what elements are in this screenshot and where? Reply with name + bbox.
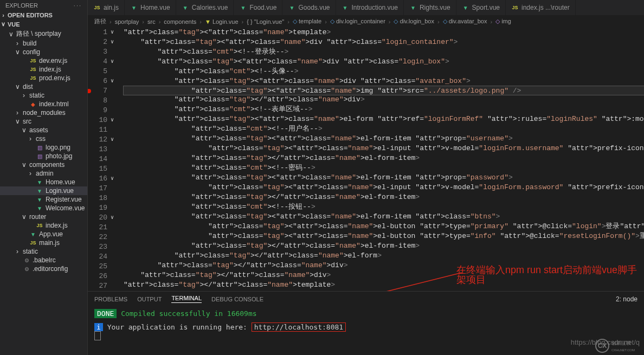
editor-tab[interactable]: ▼Calories.vue: [176, 0, 234, 15]
tree-item[interactable]: JSprod.env.js: [0, 74, 87, 82]
tree-item[interactable]: ▼App.vue: [0, 230, 87, 238]
fold-icon[interactable]: ∨: [111, 57, 114, 67]
tree-item[interactable]: ▼Login.vue: [0, 186, 87, 195]
tree-item[interactable]: JSindex.js: [0, 65, 87, 74]
code-line[interactable]: "attr">class="cmt"><!--按钮-->: [124, 202, 644, 212]
editor-tab[interactable]: ▼Food.vue: [234, 0, 282, 15]
terminal-output[interactable]: DONE Compiled successfully in 16609ms i …: [88, 306, 644, 355]
breadcrumb-item[interactable]: ◇ div.login_box: [394, 18, 434, 25]
chevron-icon[interactable]: ›: [27, 170, 34, 177]
breadcrumb-item[interactable]: components: [164, 18, 196, 25]
code-line[interactable]: "attr">class="tag"></"attr">class="name"…: [124, 251, 644, 261]
breadcrumb-item[interactable]: ◇ div.login_container: [330, 18, 385, 25]
code-line[interactable]: "attr">class="tag"><"attr">class="name">…: [124, 173, 644, 183]
tree-item[interactable]: ›static: [0, 91, 87, 100]
code-line[interactable]: "attr">class="tag"><"attr">class="name">…: [124, 134, 644, 144]
code-line[interactable]: "attr">class="tag"></"attr">class="name"…: [124, 192, 644, 202]
code-line[interactable]: "attr">class="tag"></"attr">class="name"…: [124, 270, 644, 280]
tree-item[interactable]: ◆index.html: [0, 100, 87, 108]
editor-tab[interactable]: ▼Home.vue: [125, 0, 176, 15]
editor-tab[interactable]: ▼Introduction.vue: [336, 0, 404, 15]
app-url[interactable]: http://localhost:8081: [252, 322, 346, 332]
tree-item[interactable]: ▼Home.vue: [0, 178, 87, 186]
tree-item[interactable]: ›css: [0, 134, 87, 143]
chevron-icon[interactable]: ›: [21, 92, 27, 99]
breadcrumb-item[interactable]: ◇ img: [495, 18, 511, 25]
tree-item[interactable]: ∨dist: [0, 82, 87, 91]
breadcrumb-item[interactable]: { } "Login.vue": [247, 18, 284, 25]
code-area[interactable]: "attr">class="tag"><"attr">class="name">…: [115, 28, 644, 291]
fold-icon[interactable]: ∨: [111, 174, 114, 184]
breadcrumb-item[interactable]: ▼ Login.vue: [205, 18, 239, 25]
chevron-icon[interactable]: ›: [14, 40, 21, 47]
chevron-icon[interactable]: ∨: [8, 30, 14, 38]
tree-item[interactable]: ⚙.babelrc: [0, 256, 87, 264]
chevron-icon[interactable]: ∨: [14, 48, 21, 56]
breadcrumb-item[interactable]: ◇ div.avatar_box: [443, 18, 487, 25]
chevron-icon[interactable]: ›: [27, 135, 34, 143]
code-line[interactable]: "attr">class="cmt"><!--密码-->: [124, 163, 644, 173]
code-line[interactable]: "attr">class="cmt"><!--用户名-->: [124, 124, 644, 134]
workspace-root[interactable]: ∨VUE: [0, 20, 87, 29]
code-line[interactable]: "attr">class="tag"><"attr">class="name">…: [124, 28, 644, 37]
code-line[interactable]: "attr">class="tag"></"attr">class="name"…: [124, 280, 644, 290]
tree-item[interactable]: JSmain.js: [0, 238, 87, 247]
fold-icon[interactable]: ∨: [111, 28, 114, 37]
tree-item[interactable]: ∨路径 \ sportplay: [0, 29, 87, 39]
panel-tab[interactable]: TERMINAL: [171, 295, 202, 303]
code-line[interactable]: "attr">class="tag"></"attr">class="name"…: [124, 261, 644, 270]
code-line[interactable]: "attr">class="tag"><"attr">class="name">…: [124, 183, 644, 192]
code-line[interactable]: "attr">class="tag"><"attr">class="name">…: [124, 76, 644, 86]
editor-tab[interactable]: ▼Goods.vue: [282, 0, 336, 15]
tree-item[interactable]: ▼Register.vue: [0, 195, 87, 204]
fold-icon[interactable]: ∨: [111, 115, 114, 125]
code-line[interactable]: "attr">class="tag"></"attr">class="name"…: [124, 153, 644, 163]
chevron-icon[interactable]: ∨: [21, 213, 27, 221]
chevron-icon[interactable]: ∨: [14, 118, 21, 125]
breadcrumb-item[interactable]: sportplay: [115, 18, 139, 25]
panel-tab[interactable]: OUTPUT: [137, 296, 162, 302]
tree-item[interactable]: ›node_modules: [0, 108, 87, 117]
tree-item[interactable]: JSindex.js: [0, 221, 87, 230]
editor-tab[interactable]: JSindex.js ...\router: [506, 0, 576, 15]
code-line[interactable]: "attr">class="tag"><"attr">class="name">…: [124, 290, 644, 291]
tree-item[interactable]: ▧logo.png: [0, 143, 87, 152]
tree-item[interactable]: JSdev.env.js: [0, 56, 87, 65]
tree-item[interactable]: ∨config: [0, 48, 87, 56]
open-editors-section[interactable]: ›OPEN EDITORS: [0, 11, 87, 20]
breakpoint-icon[interactable]: [88, 89, 91, 93]
code-line[interactable]: "attr">class="tag"></"attr">class="name"…: [124, 95, 644, 105]
breadcrumb-item[interactable]: ◇ template: [293, 18, 321, 25]
code-line[interactable]: "attr">class="tag"><"attr">class="name">…: [124, 57, 644, 67]
editor-tab[interactable]: JSain.js: [88, 0, 125, 15]
tree-item[interactable]: ›admin: [0, 169, 87, 178]
fold-icon[interactable]: ∨: [111, 76, 114, 86]
chevron-icon[interactable]: ∨: [21, 126, 27, 134]
panel-tab[interactable]: DEBUG CONSOLE: [211, 296, 263, 302]
chevron-icon[interactable]: ∨: [21, 161, 27, 169]
fold-icon[interactable]: ∨: [111, 135, 114, 145]
tree-item[interactable]: ›static: [0, 247, 87, 256]
code-line[interactable]: "attr">class="tag"><"attr">class="name">…: [124, 37, 644, 47]
editor-tab[interactable]: ▼Rights.vue: [404, 0, 456, 15]
chevron-icon[interactable]: ›: [14, 109, 21, 117]
code-line[interactable]: "attr">class="tag"><"attr">class="name">…: [124, 114, 644, 124]
tree-item[interactable]: ⚙.editorconfig: [0, 264, 87, 273]
breadcrumb-item[interactable]: src: [147, 18, 156, 25]
code-line[interactable]: "attr">class="tag"><"attr">class="name">…: [124, 231, 644, 241]
editor-tab[interactable]: ▼Sport.vue: [456, 0, 506, 15]
tree-item[interactable]: ∨router: [0, 212, 87, 221]
breadcrumb[interactable]: 路径›sportplay›src›components›▼ Login.vue›…: [88, 15, 644, 28]
code-editor[interactable]: 1∨2∨34∨56∨78910∨1112∨13141516∨17181920∨2…: [88, 28, 644, 291]
tree-item[interactable]: ∨components: [0, 160, 87, 169]
terminal-selector[interactable]: 2: node: [616, 295, 637, 303]
chevron-icon[interactable]: ›: [14, 248, 21, 255]
panel-tab[interactable]: PROBLEMS: [94, 296, 127, 302]
tree-item[interactable]: ∨assets: [0, 126, 87, 134]
code-line[interactable]: "attr">class="tag"></"attr">class="name"…: [124, 241, 644, 251]
code-line[interactable]: "attr">class="cmt"><!--头像-->: [124, 67, 644, 76]
code-line[interactable]: "attr">class="tag"><"attr">class="name">…: [124, 144, 644, 153]
fold-icon[interactable]: ∨: [111, 37, 114, 47]
tree-item[interactable]: ∨src: [0, 117, 87, 126]
fold-icon[interactable]: ∨: [111, 213, 114, 223]
